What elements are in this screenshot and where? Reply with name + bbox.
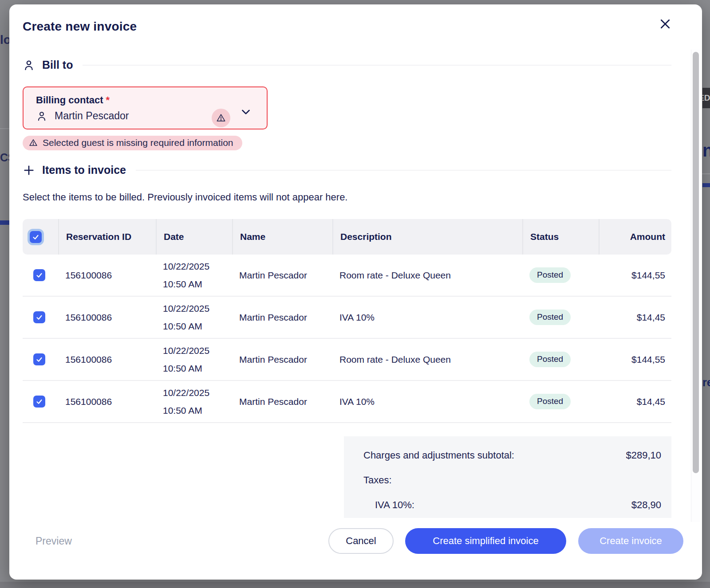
person-icon (36, 110, 47, 122)
totals-panel: Charges and adjustments subtotal: $289,1… (344, 436, 671, 518)
check-icon (36, 314, 43, 321)
column-header-reservation-id: Reservation ID (58, 219, 156, 255)
cell-date: 10/22/2025 10:50 AM (156, 384, 232, 419)
section-divider (136, 170, 671, 171)
cell-description: Room rate - Deluxe Queen (332, 354, 522, 365)
background-divider-fragment (0, 128, 9, 129)
scrollbar-thumb[interactable] (693, 52, 699, 473)
preview-button[interactable]: Preview (36, 528, 72, 554)
modal-scroll-area[interactable]: Bill to Billing contact* Martin Pescador (9, 50, 702, 522)
check-icon (36, 398, 43, 405)
close-button[interactable] (659, 17, 673, 31)
check-icon (36, 356, 43, 363)
person-icon (23, 59, 35, 71)
billing-contact-error-row: Selected guest is missing required infor… (23, 129, 671, 150)
scrollbar-track[interactable] (691, 50, 700, 522)
column-header-status: Status (522, 219, 599, 255)
cell-date: 10/22/2025 10:50 AM (156, 342, 232, 377)
background-text-fragment: n (702, 141, 710, 160)
billing-contact-label: Billing contact* (36, 94, 256, 106)
create-invoice-modal: Create new invoice Bill to Bill (9, 4, 702, 580)
cell-reservation-id: 156100086 (58, 354, 156, 365)
warning-icon (216, 113, 226, 123)
modal-title: Create new invoice (23, 20, 689, 34)
check-icon (36, 271, 43, 279)
create-invoice-button[interactable]: Create invoice (578, 528, 683, 554)
table-row: 156100086 10/22/2025 10:50 AM Martin Pes… (23, 297, 671, 339)
subtotal-row: Charges and adjustments subtotal: $289,1… (363, 449, 661, 462)
table-row: 156100086 10/22/2025 10:50 AM Martin Pes… (23, 339, 671, 381)
row-checkbox[interactable] (33, 311, 45, 323)
status-badge: Posted (529, 267, 571, 283)
cell-amount: $14,45 (599, 312, 671, 323)
cell-status: Posted (522, 394, 599, 409)
cell-status: Posted (522, 267, 599, 283)
cell-name: Martin Pescador (232, 396, 332, 407)
cell-reservation-id: 156100086 (58, 396, 156, 407)
required-asterisk: * (106, 94, 110, 106)
subtotal-label: Charges and adjustments subtotal: (363, 449, 514, 462)
items-title: Items to invoice (42, 164, 126, 176)
status-badge: Posted (529, 310, 571, 325)
status-badge: Posted (529, 394, 571, 409)
table-row: 156100086 10/22/2025 10:50 AM Martin Pes… (23, 255, 671, 297)
taxes-row: Taxes: (363, 474, 661, 487)
cancel-button[interactable]: Cancel (328, 528, 394, 554)
background-text-fragment: CS (0, 151, 9, 165)
modal-header: Create new invoice (9, 4, 702, 34)
background-blue-bar-fragment (702, 183, 710, 187)
background-badge-fragment: ED (702, 88, 710, 108)
items-section-header: Items to invoice (23, 164, 671, 176)
warning-circle (212, 109, 230, 127)
table-header-row: Reservation ID Date Name Description Sta… (23, 219, 671, 255)
error-pill: Selected guest is missing required infor… (23, 136, 242, 150)
page-background: { "modal": { "title": "Create new invoic… (0, 0, 710, 588)
cell-amount: $144,55 (599, 354, 671, 365)
select-all-checkbox[interactable] (30, 231, 42, 243)
cell-date: 10/22/2025 10:50 AM (156, 300, 232, 335)
chevron-down-icon[interactable] (239, 105, 252, 118)
billing-contact-select[interactable]: Billing contact* Martin Pescador (23, 86, 268, 129)
cell-description: IVA 10% (332, 312, 522, 323)
bill-to-section-header: Bill to (23, 59, 671, 71)
plus-icon (23, 164, 35, 176)
billing-contact-value: Martin Pescador (55, 110, 129, 122)
tax-line-label: IVA 10%: (375, 498, 414, 512)
subtotal-value: $289,10 (626, 449, 661, 462)
cell-description: IVA 10% (332, 396, 522, 407)
cell-name: Martin Pescador (232, 312, 332, 323)
background-blue-bar-fragment (0, 220, 9, 225)
cell-reservation-id: 156100086 (58, 312, 156, 323)
check-icon (32, 233, 39, 241)
column-header-description: Description (332, 219, 522, 255)
items-description: Select the items to be billed. Previousl… (23, 192, 671, 203)
taxes-label: Taxes: (363, 474, 392, 487)
background-bottom-strip (0, 582, 710, 588)
tax-line-value: $28,90 (631, 498, 661, 512)
section-divider (83, 65, 671, 66)
items-table: Reservation ID Date Name Description Sta… (23, 219, 671, 423)
bill-to-title: Bill to (42, 59, 73, 71)
table-row: 156100086 10/22/2025 10:50 AM Martin Pes… (23, 381, 671, 423)
select-all-checkbox-ring (28, 229, 44, 245)
tax-line-row: IVA 10%: $28,90 (363, 498, 661, 512)
row-checkbox[interactable] (33, 353, 45, 365)
background-text-fragment: lo (0, 33, 9, 48)
column-header-amount: Amount (599, 219, 671, 255)
cell-reservation-id: 156100086 (58, 270, 156, 281)
cell-status: Posted (522, 352, 599, 367)
row-checkbox[interactable] (33, 396, 45, 408)
error-message: Selected guest is missing required infor… (43, 137, 233, 148)
cell-status: Posted (522, 310, 599, 325)
warning-icon (29, 138, 38, 147)
select-all-cell (23, 219, 58, 255)
row-checkbox[interactable] (33, 269, 45, 281)
column-header-name: Name (232, 219, 332, 255)
close-icon (659, 17, 673, 31)
cell-amount: $14,45 (599, 396, 671, 407)
cell-amount: $144,55 (599, 270, 671, 281)
create-simplified-invoice-button[interactable]: Create simplified invoice (405, 528, 566, 554)
cell-date: 10/22/2025 10:50 AM (156, 258, 232, 293)
background-text-fragment: re (702, 376, 710, 389)
cell-name: Martin Pescador (232, 270, 332, 281)
